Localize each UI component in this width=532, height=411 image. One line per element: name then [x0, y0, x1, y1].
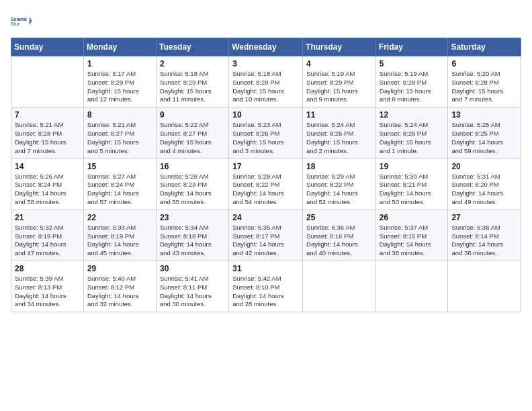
calendar-cell: 10Sunrise: 5:23 AM Sunset: 8:26 PM Dayli… [229, 107, 303, 158]
cell-content: Sunrise: 5:40 AM Sunset: 8:12 PM Dayligh… [87, 275, 152, 309]
day-number: 29 [87, 264, 152, 273]
cell-content: Sunrise: 5:21 AM Sunset: 8:28 PM Dayligh… [15, 121, 80, 155]
cell-content: Sunrise: 5:28 AM Sunset: 8:22 PM Dayligh… [232, 173, 299, 207]
calendar-cell: 17Sunrise: 5:28 AM Sunset: 8:22 PM Dayli… [229, 158, 303, 210]
cell-content: Sunrise: 5:18 AM Sunset: 8:29 PM Dayligh… [232, 70, 299, 104]
calendar-cell: 1Sunrise: 5:17 AM Sunset: 8:29 PM Daylig… [83, 56, 156, 107]
day-number: 2 [160, 59, 225, 68]
day-number: 27 [451, 213, 517, 222]
calendar-cell: 25Sunrise: 5:36 AM Sunset: 8:16 PM Dayli… [303, 210, 376, 261]
calendar-cell: 24Sunrise: 5:35 AM Sunset: 8:17 PM Dayli… [229, 210, 303, 261]
week-row-2: 7Sunrise: 5:21 AM Sunset: 8:28 PM Daylig… [11, 107, 521, 158]
week-row-4: 21Sunrise: 5:32 AM Sunset: 8:19 PM Dayli… [11, 210, 521, 261]
day-number: 14 [15, 162, 80, 171]
cell-content: Sunrise: 5:31 AM Sunset: 8:20 PM Dayligh… [451, 173, 517, 207]
week-row-1: 1Sunrise: 5:17 AM Sunset: 8:29 PM Daylig… [11, 56, 521, 107]
day-number: 20 [451, 162, 517, 171]
cell-content: Sunrise: 5:39 AM Sunset: 8:13 PM Dayligh… [15, 275, 80, 309]
cell-content: Sunrise: 5:27 AM Sunset: 8:24 PM Dayligh… [87, 173, 152, 207]
calendar-cell: 4Sunrise: 5:19 AM Sunset: 8:29 PM Daylig… [303, 56, 376, 107]
svg-marker-2 [29, 17, 32, 26]
day-number: 21 [15, 213, 80, 222]
day-number: 18 [306, 162, 372, 171]
header-cell-thursday: Thursday [303, 38, 376, 56]
day-number: 15 [87, 162, 152, 171]
calendar-cell: 15Sunrise: 5:27 AM Sunset: 8:24 PM Dayli… [83, 158, 156, 210]
cell-content: Sunrise: 5:30 AM Sunset: 8:21 PM Dayligh… [380, 173, 445, 207]
day-number: 22 [87, 213, 152, 222]
calendar-cell: 7Sunrise: 5:21 AM Sunset: 8:28 PM Daylig… [11, 107, 84, 158]
header-cell-wednesday: Wednesday [229, 38, 303, 56]
day-number: 31 [232, 264, 299, 273]
page-header: GeneralBlue [11, 11, 521, 32]
logo: GeneralBlue [11, 11, 32, 32]
calendar-table: SundayMondayTuesdayWednesdayThursdayFrid… [11, 38, 521, 312]
day-number: 1 [87, 59, 152, 68]
cell-content: Sunrise: 5:20 AM Sunset: 8:28 PM Dayligh… [451, 70, 517, 104]
day-number: 11 [306, 110, 372, 120]
cell-content: Sunrise: 5:36 AM Sunset: 8:16 PM Dayligh… [306, 224, 372, 258]
cell-content: Sunrise: 5:18 AM Sunset: 8:29 PM Dayligh… [160, 70, 225, 104]
header-cell-friday: Friday [375, 38, 448, 56]
cell-content: Sunrise: 5:21 AM Sunset: 8:27 PM Dayligh… [87, 121, 152, 155]
day-number: 10 [232, 110, 299, 120]
calendar-cell: 9Sunrise: 5:22 AM Sunset: 8:27 PM Daylig… [156, 107, 228, 158]
day-number: 6 [451, 59, 517, 68]
calendar-cell: 8Sunrise: 5:21 AM Sunset: 8:27 PM Daylig… [83, 107, 156, 158]
calendar-cell: 30Sunrise: 5:41 AM Sunset: 8:11 PM Dayli… [156, 261, 228, 312]
day-number: 16 [160, 162, 225, 171]
cell-content: Sunrise: 5:26 AM Sunset: 8:24 PM Dayligh… [15, 173, 80, 207]
cell-content: Sunrise: 5:32 AM Sunset: 8:19 PM Dayligh… [15, 224, 80, 258]
cell-content: Sunrise: 5:42 AM Sunset: 8:10 PM Dayligh… [232, 275, 299, 309]
calendar-cell [375, 261, 448, 312]
cell-content: Sunrise: 5:34 AM Sunset: 8:18 PM Dayligh… [160, 224, 225, 258]
day-number: 13 [451, 110, 517, 120]
calendar-cell: 31Sunrise: 5:42 AM Sunset: 8:10 PM Dayli… [229, 261, 303, 312]
week-row-3: 14Sunrise: 5:26 AM Sunset: 8:24 PM Dayli… [11, 158, 521, 210]
calendar-cell [11, 56, 84, 107]
calendar-cell: 27Sunrise: 5:38 AM Sunset: 8:14 PM Dayli… [448, 210, 521, 261]
cell-content: Sunrise: 5:19 AM Sunset: 8:28 PM Dayligh… [380, 70, 445, 104]
calendar-cell [448, 261, 521, 312]
day-number: 24 [232, 213, 299, 222]
calendar-cell: 21Sunrise: 5:32 AM Sunset: 8:19 PM Dayli… [11, 210, 84, 261]
svg-text:General: General [11, 17, 27, 21]
calendar-cell: 28Sunrise: 5:39 AM Sunset: 8:13 PM Dayli… [11, 261, 84, 312]
cell-content: Sunrise: 5:29 AM Sunset: 8:22 PM Dayligh… [306, 173, 372, 207]
cell-content: Sunrise: 5:41 AM Sunset: 8:11 PM Dayligh… [160, 275, 225, 309]
calendar-cell: 11Sunrise: 5:24 AM Sunset: 8:26 PM Dayli… [303, 107, 376, 158]
day-number: 17 [232, 162, 299, 171]
calendar-cell: 18Sunrise: 5:29 AM Sunset: 8:22 PM Dayli… [303, 158, 376, 210]
cell-content: Sunrise: 5:19 AM Sunset: 8:29 PM Dayligh… [306, 70, 372, 104]
cell-content: Sunrise: 5:35 AM Sunset: 8:17 PM Dayligh… [232, 224, 299, 258]
calendar-cell: 14Sunrise: 5:26 AM Sunset: 8:24 PM Dayli… [11, 158, 84, 210]
calendar-cell: 5Sunrise: 5:19 AM Sunset: 8:28 PM Daylig… [375, 56, 448, 107]
cell-content: Sunrise: 5:33 AM Sunset: 8:19 PM Dayligh… [87, 224, 152, 258]
cell-content: Sunrise: 5:25 AM Sunset: 8:25 PM Dayligh… [451, 121, 517, 155]
calendar-cell: 20Sunrise: 5:31 AM Sunset: 8:20 PM Dayli… [448, 158, 521, 210]
cell-content: Sunrise: 5:38 AM Sunset: 8:14 PM Dayligh… [451, 224, 517, 258]
cell-content: Sunrise: 5:24 AM Sunset: 8:26 PM Dayligh… [380, 121, 445, 155]
day-number: 23 [160, 213, 225, 222]
day-number: 19 [380, 162, 445, 171]
header-cell-tuesday: Tuesday [156, 38, 228, 56]
calendar-cell: 22Sunrise: 5:33 AM Sunset: 8:19 PM Dayli… [83, 210, 156, 261]
calendar-cell: 12Sunrise: 5:24 AM Sunset: 8:26 PM Dayli… [375, 107, 448, 158]
day-number: 3 [232, 59, 299, 68]
day-number: 25 [306, 213, 372, 222]
header-row: SundayMondayTuesdayWednesdayThursdayFrid… [11, 38, 521, 56]
calendar-cell: 23Sunrise: 5:34 AM Sunset: 8:18 PM Dayli… [156, 210, 228, 261]
day-number: 30 [160, 264, 225, 273]
cell-content: Sunrise: 5:22 AM Sunset: 8:27 PM Dayligh… [160, 121, 225, 155]
calendar-cell: 13Sunrise: 5:25 AM Sunset: 8:25 PM Dayli… [448, 107, 521, 158]
cell-content: Sunrise: 5:28 AM Sunset: 8:23 PM Dayligh… [160, 173, 225, 207]
day-number: 12 [380, 110, 445, 120]
week-row-5: 28Sunrise: 5:39 AM Sunset: 8:13 PM Dayli… [11, 261, 521, 312]
logo-icon: GeneralBlue [11, 11, 32, 32]
calendar-cell: 16Sunrise: 5:28 AM Sunset: 8:23 PM Dayli… [156, 158, 228, 210]
header-cell-saturday: Saturday [448, 38, 521, 56]
cell-content: Sunrise: 5:23 AM Sunset: 8:26 PM Dayligh… [232, 121, 299, 155]
day-number: 26 [380, 213, 445, 222]
calendar-cell: 6Sunrise: 5:20 AM Sunset: 8:28 PM Daylig… [448, 56, 521, 107]
calendar-cell: 29Sunrise: 5:40 AM Sunset: 8:12 PM Dayli… [83, 261, 156, 312]
